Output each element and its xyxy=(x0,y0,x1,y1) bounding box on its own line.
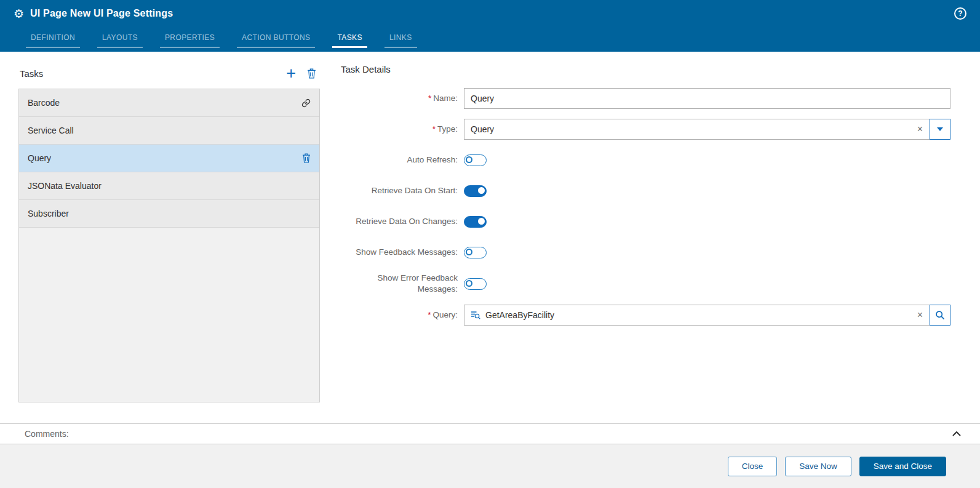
show-error-feedback-messages-toggle[interactable] xyxy=(464,278,487,290)
type-field-label: *Type: xyxy=(341,124,464,135)
query-search-button[interactable] xyxy=(930,305,950,326)
toggle-knob xyxy=(466,156,472,163)
delete-row-trash-icon[interactable] xyxy=(302,153,311,163)
title-row: ⚙ UI Page New UI Page Settings ? xyxy=(0,0,980,27)
retrieve-on-start-row: Retrieve Data On Start: xyxy=(341,180,950,201)
save-now-button[interactable]: Save Now xyxy=(785,457,851,476)
retrieve-on-changes-label: Retrieve Data On Changes: xyxy=(341,216,464,227)
query-value: GetAreaByFacility xyxy=(485,310,554,320)
clear-icon[interactable]: × xyxy=(910,124,930,134)
toggle-knob xyxy=(466,280,472,287)
required-marker: * xyxy=(428,310,431,319)
tab-bar: DEFINITION LAYOUTS PROPERTIES ACTION BUT… xyxy=(0,27,980,52)
auto-refresh-label: Auto Refresh: xyxy=(341,154,464,166)
task-details-panel: Task Details *Name: *Type: Query × xyxy=(341,64,950,423)
auto-refresh-row: Auto Refresh: xyxy=(341,150,950,170)
main-content: Tasks + Barcode xyxy=(0,52,980,423)
query-field-label: *Query: xyxy=(341,310,464,321)
chevron-up-icon xyxy=(952,431,962,437)
required-marker: * xyxy=(428,94,431,103)
task-item-label: Query xyxy=(28,153,51,163)
tasks-panel-actions: + xyxy=(286,67,316,79)
task-item-label: Subscriber xyxy=(28,209,69,218)
comments-section: Comments: xyxy=(0,423,980,444)
name-field-row: *Name: xyxy=(341,88,950,109)
tab-layouts[interactable]: LAYOUTS xyxy=(97,33,143,48)
close-button[interactable]: Close xyxy=(728,457,778,476)
tab-definition[interactable]: DEFINITION xyxy=(26,33,80,48)
help-icon[interactable]: ? xyxy=(954,7,966,20)
tab-links[interactable]: LINKS xyxy=(384,33,417,48)
ui-page-settings-window: ⚙ UI Page New UI Page Settings ? DEFINIT… xyxy=(0,0,980,488)
name-input[interactable] xyxy=(464,88,950,109)
trash-icon xyxy=(307,68,316,79)
name-field-label: *Name: xyxy=(341,93,464,104)
type-field-row: *Type: Query × xyxy=(341,119,950,140)
task-list-item-service-call[interactable]: Service Call xyxy=(19,117,319,145)
tasks-panel: Tasks + Barcode xyxy=(18,64,320,423)
delete-task-button[interactable] xyxy=(307,68,316,79)
toggle-knob xyxy=(466,249,472,255)
tab-action-buttons[interactable]: ACTION BUTTONS xyxy=(237,33,315,48)
task-item-label: Barcode xyxy=(28,98,60,108)
type-combobox[interactable]: Query × xyxy=(464,119,930,140)
task-item-label: Service Call xyxy=(28,126,74,135)
tasks-panel-header: Tasks + xyxy=(18,64,320,89)
toggle-knob xyxy=(478,187,485,194)
show-feedback-label: Show Feedback Messages: xyxy=(341,247,464,258)
auto-refresh-toggle[interactable] xyxy=(464,154,487,166)
clear-icon[interactable]: × xyxy=(910,310,930,320)
tab-tasks[interactable]: TASKS xyxy=(332,33,367,48)
add-task-button[interactable]: + xyxy=(286,67,296,79)
show-feedback-messages-toggle[interactable] xyxy=(464,247,487,258)
settings-gear-icon: ⚙ xyxy=(14,8,24,20)
retrieve-data-on-start-toggle[interactable] xyxy=(464,185,487,197)
tab-properties[interactable]: PROPERTIES xyxy=(160,33,220,48)
chevron-down-icon xyxy=(937,127,943,131)
footer-bar: Close Save Now Save and Close xyxy=(0,444,980,488)
toggle-knob xyxy=(478,218,485,225)
save-and-close-button[interactable]: Save and Close xyxy=(859,457,946,476)
retrieve-on-start-label: Retrieve Data On Start: xyxy=(341,185,464,196)
task-item-label: JSONata Evaluator xyxy=(28,181,102,191)
show-feedback-row: Show Feedback Messages: xyxy=(341,242,950,263)
page-title: UI Page New UI Page Settings xyxy=(30,8,173,19)
link-icon xyxy=(301,98,311,108)
comments-collapse-button[interactable] xyxy=(952,431,962,437)
task-list-item-barcode[interactable]: Barcode xyxy=(19,89,319,117)
task-list: Barcode Service Call Query JSONata Evalu… xyxy=(18,89,320,402)
required-marker: * xyxy=(432,124,436,134)
comments-label: Comments: xyxy=(25,429,69,439)
app-header: ⚙ UI Page New UI Page Settings ? DEFINIT… xyxy=(0,0,980,52)
retrieve-on-changes-row: Retrieve Data On Changes: xyxy=(341,211,950,232)
search-icon xyxy=(935,310,945,320)
task-details-title: Task Details xyxy=(341,64,950,74)
tasks-panel-title: Tasks xyxy=(20,68,43,79)
show-error-feedback-label: Show Error Feedback Messages: xyxy=(341,273,464,295)
task-list-item-query[interactable]: Query xyxy=(19,145,319,172)
retrieve-data-on-changes-toggle[interactable] xyxy=(464,216,487,228)
task-list-item-jsonata-evaluator[interactable]: JSONata Evaluator xyxy=(19,172,319,200)
query-combobox[interactable]: GetAreaByFacility × xyxy=(464,305,930,326)
type-dropdown-button[interactable] xyxy=(930,119,950,140)
show-error-feedback-row: Show Error Feedback Messages: xyxy=(341,273,950,295)
task-list-item-subscriber[interactable]: Subscriber xyxy=(19,200,319,228)
query-icon xyxy=(471,310,480,320)
query-field-row: *Query: GetAreaByFacility × xyxy=(341,305,950,326)
type-value: Query xyxy=(471,124,494,134)
